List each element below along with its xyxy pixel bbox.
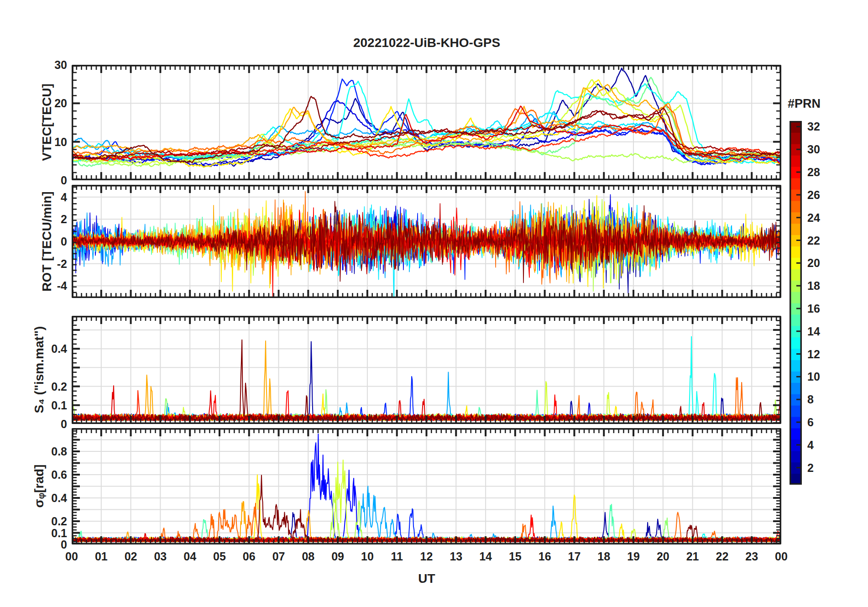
colorbar-tick-label: 32 [807,120,820,133]
s4-ytick-label: 0.1 [31,398,67,412]
vtec-axis-label: VTEC[TECU] [40,84,54,161]
x-tick-label: 14 [470,550,502,563]
colorbar-tick-label: 2 [807,461,814,475]
x-axis-label: UT [418,571,435,586]
x-tick-label: 07 [263,550,295,563]
x-tick-label: 01 [85,550,117,563]
colorbar-tick-label: 8 [807,392,814,406]
x-tick-label: 12 [411,550,443,563]
rot-ytick-label: 4 [31,190,67,204]
x-tick-label: 20 [647,550,679,563]
vtec-ytick-label: 0 [31,173,67,187]
colorbar-tick-label: 28 [807,165,820,179]
colorbar-tick-label: 30 [807,142,820,156]
s4-plot-canvas [72,316,781,424]
vtec-ytick-label: 20 [31,96,67,110]
x-tick-label: 17 [558,550,590,563]
x-tick-label: 05 [204,550,235,563]
colorbar-tick-label: 18 [807,279,820,293]
colorbar-tick-label: 6 [807,415,814,429]
x-tick-label: 13 [440,550,472,563]
colorbar-tick-label: 14 [807,324,820,338]
rot-plot-canvas [72,185,781,298]
rot-ytick-label: -4 [31,279,67,293]
x-tick-label: 08 [292,550,324,563]
colorbar-tick-label: 4 [807,438,814,452]
colorbar-tick-label: 12 [807,347,820,361]
sigma_phi-ytick-label: 0.8 [31,445,67,458]
vtec-ytick-label: 30 [31,58,67,72]
x-tick-label: 02 [115,550,147,563]
colorbar-tick-label: 22 [807,234,820,247]
x-tick-label: 19 [617,550,649,563]
sigma_phi-ytick-label: 0.2 [31,514,67,528]
colorbar-tick-label: 16 [807,302,820,315]
x-tick-label: 11 [381,550,413,563]
colorbar-tick-label: 20 [807,256,820,270]
prn-colorbar [790,121,802,485]
x-tick-label: 22 [706,550,738,563]
x-tick-label: 18 [588,550,620,563]
rot-ytick-label: -2 [31,257,67,271]
x-tick-label: 00 [765,550,797,563]
colorbar-tick-label: 10 [807,370,820,383]
x-tick-label: 15 [499,550,531,563]
x-tick-label: 16 [529,550,561,563]
vtec-plot-canvas [72,65,781,180]
rot-ytick-label: 0 [31,235,67,248]
x-tick-label: 21 [677,550,709,563]
x-tick-label: 09 [322,550,354,563]
colorbar-tick-label: 26 [807,188,820,202]
colorbar-tick-label: 24 [807,211,820,225]
sigma-phi-plot-canvas [72,428,781,544]
s4-ytick-label: 0.4 [31,342,67,356]
chart-title: 20221022-UiB-KHO-GPS [353,36,500,50]
sigma_phi-ytick-label: 0.6 [31,468,67,481]
colorbar-title: #PRN [788,97,821,111]
x-tick-label: 06 [233,550,265,563]
sigma_phi-ytick-label: 0.1 [31,526,67,540]
s4-ytick-label: 0 [31,417,67,431]
gps-figure: 20221022-UiB-KHO-GPS VTEC[TECU] ROT [TEC… [0,0,868,607]
vtec-ytick-label: 10 [31,135,67,149]
s4-ytick-label: 0.2 [31,380,67,393]
x-tick-label: 10 [351,550,383,563]
sigma_phi-ytick-label: 0 [31,538,67,551]
x-tick-label: 00 [56,550,88,563]
x-tick-label: 23 [736,550,768,563]
sigma_phi-ytick-label: 0.4 [31,491,67,505]
x-tick-label: 04 [174,550,206,563]
rot-ytick-label: 2 [31,212,67,226]
x-tick-label: 03 [144,550,176,563]
